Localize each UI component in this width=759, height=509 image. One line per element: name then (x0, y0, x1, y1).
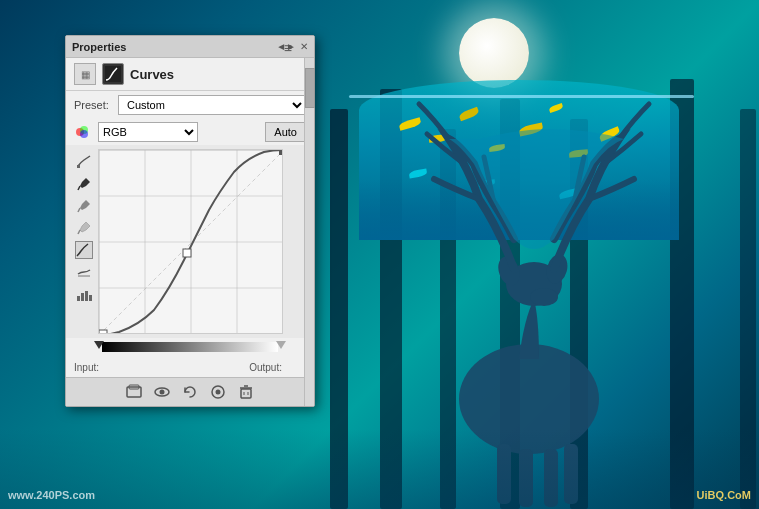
channel-icon (74, 123, 92, 141)
curves-adjust-tool[interactable] (75, 153, 93, 171)
properties-panel: Properties ◄► ✕ ≡ ▦ Curves Preset: Custo… (65, 35, 315, 407)
watermark-right: UiBQ.CoM (697, 489, 751, 501)
curves-graph[interactable] (99, 150, 283, 334)
curves-icon-box (102, 63, 124, 85)
close-icon[interactable]: ✕ (300, 42, 308, 52)
curves-work-area (66, 145, 314, 338)
svg-rect-39 (99, 330, 107, 334)
input-output-row: Input: Output: (66, 358, 314, 377)
svg-rect-20 (77, 165, 80, 168)
svg-rect-26 (81, 293, 84, 301)
tools-sidebar (74, 149, 94, 334)
input-label: Input: (74, 362, 104, 373)
eyedropper-white-tool[interactable] (75, 219, 93, 237)
mist-overlay (0, 429, 759, 509)
curve-draw-tool[interactable] (75, 241, 93, 259)
curve-canvas-wrapper[interactable] (98, 149, 306, 334)
x-gradient-wrapper (94, 338, 286, 356)
black-triangle-marker[interactable] (94, 341, 104, 349)
delete-button[interactable] (236, 382, 256, 402)
gradient-area (66, 338, 314, 358)
svg-line-21 (78, 186, 80, 190)
histogram-tool[interactable] (75, 285, 93, 303)
white-triangle-marker[interactable] (276, 341, 286, 349)
panel-menu-icon[interactable]: ≡ (284, 40, 292, 56)
eyedropper-black-tool[interactable] (75, 175, 93, 193)
input-gradient-bar (102, 342, 278, 352)
svg-line-22 (78, 208, 80, 212)
channel-select[interactable]: RGB Red Green Blue (98, 122, 198, 142)
svg-line-23 (78, 230, 80, 234)
preset-label: Preset: (74, 99, 112, 111)
svg-rect-38 (183, 249, 191, 257)
svg-point-19 (80, 130, 88, 138)
svg-rect-28 (89, 295, 92, 301)
visibility-button[interactable] (152, 382, 172, 402)
preset-row: Preset: Custom (66, 91, 314, 119)
channel-row: RGB Red Green Blue Auto (66, 119, 314, 145)
svg-rect-27 (85, 291, 88, 301)
panel-controls: ◄► ✕ (276, 42, 308, 52)
svg-point-46 (216, 390, 221, 395)
scrollbar-thumb[interactable] (305, 68, 315, 108)
layer-icon-box: ▦ (74, 63, 96, 85)
svg-rect-47 (241, 389, 251, 398)
svg-rect-40 (279, 150, 283, 155)
svg-point-9 (530, 288, 558, 306)
curves-thumbnail-icon (105, 66, 121, 82)
panel-title: Properties (72, 41, 126, 53)
watermark-left: www.240PS.com (8, 489, 95, 501)
clip-to-layer-button[interactable] (124, 382, 144, 402)
auto-button[interactable]: Auto (265, 122, 306, 142)
preset-select[interactable]: Custom (118, 95, 306, 115)
svg-rect-25 (77, 296, 80, 301)
svg-point-44 (160, 390, 165, 395)
panel-titlebar: Properties ◄► ✕ ≡ (66, 36, 314, 58)
layer-icon: ▦ (81, 69, 90, 80)
curve-canvas[interactable] (98, 149, 283, 334)
smooth-tool[interactable] (75, 263, 93, 281)
panel-header: ▦ Curves (66, 58, 314, 91)
output-label: Output: (249, 362, 282, 373)
curves-label: Curves (130, 67, 174, 82)
reset-button[interactable] (180, 382, 200, 402)
channel-selector-icon (75, 124, 91, 140)
panel-scrollbar[interactable] (304, 58, 314, 406)
eyedropper-gray-tool[interactable] (75, 197, 93, 215)
view-previous-button[interactable] (208, 382, 228, 402)
io-row (94, 338, 286, 358)
panel-toolbar (66, 377, 314, 406)
